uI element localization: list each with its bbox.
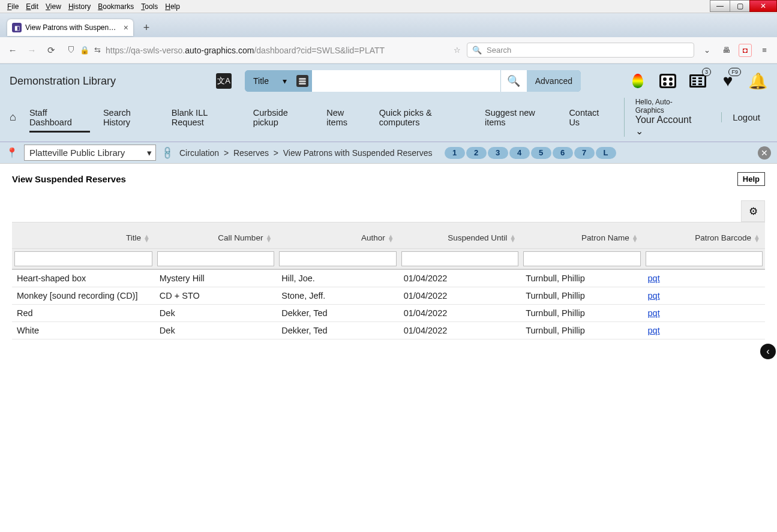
heart-icon[interactable]: ♥F9 <box>718 71 737 91</box>
cell-title: White <box>12 322 155 339</box>
news-icon[interactable]: 3 <box>688 71 707 91</box>
filter-input-2[interactable] <box>279 251 396 266</box>
filter-input-4[interactable] <box>523 251 640 266</box>
sort-icon: ▲▼ <box>509 235 516 242</box>
film-icon[interactable] <box>658 71 677 91</box>
tab-title: View Patrons with Suspended R <box>25 23 120 32</box>
collapse-panel-button[interactable]: ‹ <box>760 344 776 359</box>
maximize-button[interactable]: ▢ <box>730 0 750 12</box>
logout-link[interactable]: Logout <box>721 112 767 122</box>
table-row: RedDekDekker, Ted01/04/2022Turnbull, Phi… <box>12 305 765 322</box>
minimize-button[interactable]: — <box>710 0 730 12</box>
close-tab-icon[interactable]: × <box>124 23 128 32</box>
reserves-table: Title▲▼Call Number▲▼Author▲▼Suspended Un… <box>12 222 765 339</box>
filter-input-5[interactable] <box>646 251 763 266</box>
barcode-link[interactable]: pqt <box>648 291 660 300</box>
nav-blank-ill-request[interactable]: Blank ILL Request <box>172 108 240 127</box>
step-pill-5[interactable]: 5 <box>531 147 551 159</box>
page-title: View Suspended Reserves <box>12 174 126 184</box>
account-box[interactable]: Hello, Auto-Graphics Your Account ⌄ <box>624 98 700 137</box>
cell-call: CD + STO <box>155 287 277 305</box>
catalog-search-input[interactable] <box>312 70 500 92</box>
language-icon[interactable]: 文A <box>216 73 232 89</box>
menu-history[interactable]: History <box>65 1 94 12</box>
help-button[interactable]: Help <box>737 172 765 186</box>
extension-icon[interactable]: ◘ <box>739 44 752 57</box>
step-pill-1[interactable]: 1 <box>445 147 465 159</box>
advanced-search-button[interactable]: Advanced <box>527 70 581 92</box>
crumb-link[interactable]: Circulation <box>179 148 219 158</box>
database-icon[interactable] <box>296 75 308 87</box>
app-header: Demonstration Library 文A Title 🔍 Advance… <box>0 64 777 92</box>
step-pill-2[interactable]: 2 <box>466 147 487 159</box>
cell-patron: Turnbull, Phillip <box>521 269 643 287</box>
crumb-link[interactable]: Reserves <box>233 148 269 158</box>
close-panel-icon[interactable]: ✕ <box>758 146 771 160</box>
url-text: https://qa-swls-verso.auto-graphics.com/… <box>106 46 385 55</box>
browser-search-box[interactable]: 🔍 Search <box>467 43 694 58</box>
print-icon[interactable]: 🖶 <box>719 44 733 57</box>
nav-curbside-pickup[interactable]: Curbside pickup <box>253 108 314 127</box>
browser-tab[interactable]: ◧ View Patrons with Suspended R × <box>7 19 133 36</box>
close-window-button[interactable]: ✕ <box>749 0 777 12</box>
pin-icon[interactable]: 📍 <box>6 147 18 158</box>
nav-staff-dashboard[interactable]: Staff Dashboard <box>29 108 90 133</box>
shield-icon: ⛉ <box>67 46 75 55</box>
breadcrumb-row: 📍 Platteville Public Library 🔗 Circulati… <box>0 142 777 164</box>
crumb-link[interactable]: View Patrons with Suspended Reserves <box>283 148 433 158</box>
nav-contact-us[interactable]: Contact Us <box>569 108 610 127</box>
nav-suggest-new-items[interactable]: Suggest new items <box>485 108 556 127</box>
sort-icon: ▲▼ <box>388 235 394 242</box>
cell-barcode: pqt <box>643 322 765 339</box>
col-header-call-number[interactable]: Call Number▲▼ <box>155 223 277 249</box>
cell-patron: Turnbull, Phillip <box>521 305 643 322</box>
cell-until: 01/04/2022 <box>399 322 521 339</box>
primary-nav: ⌂ Staff DashboardSearch HistoryBlank ILL… <box>0 92 777 142</box>
nav-search-history[interactable]: Search History <box>103 108 158 127</box>
col-header-patron-barcode[interactable]: Patron Barcode▲▼ <box>643 223 765 249</box>
menu-tools[interactable]: Tools <box>137 1 161 12</box>
home-icon[interactable]: ⌂ <box>10 111 16 124</box>
address-bar[interactable]: ⛉ 🔒 ⇆ https://qa-swls-verso.auto-graphic… <box>64 43 448 58</box>
col-header-title[interactable]: Title▲▼ <box>12 223 155 249</box>
menu-help[interactable]: Help <box>161 1 184 12</box>
col-header-author[interactable]: Author▲▼ <box>277 223 398 249</box>
filter-input-1[interactable] <box>157 251 274 266</box>
barcode-link[interactable]: pqt <box>648 326 660 335</box>
pocket-icon[interactable]: ⌄ <box>700 44 713 57</box>
page-body: View Suspended Reserves Help ⚙ Title▲▼Ca… <box>0 164 777 532</box>
col-header-patron-name[interactable]: Patron Name▲▼ <box>521 223 643 249</box>
breadcrumb: Circulation > Reserves > View Patrons wi… <box>179 148 433 158</box>
nav-quick-picks-computers[interactable]: Quick picks & computers <box>379 108 472 127</box>
table-row: Heart-shaped boxMystery HillHill, Joe.01… <box>12 269 765 287</box>
filter-input-3[interactable] <box>401 251 518 266</box>
search-go-button[interactable]: 🔍 <box>500 70 527 92</box>
forward-button[interactable]: → <box>25 44 38 57</box>
hamburger-menu-icon[interactable]: ≡ <box>758 44 771 57</box>
back-button[interactable]: ← <box>6 44 19 57</box>
step-pill-7[interactable]: 7 <box>574 147 595 159</box>
bookmark-star-icon[interactable]: ☆ <box>454 46 461 55</box>
bell-icon[interactable]: 🔔 <box>748 71 767 91</box>
barcode-link[interactable]: pqt <box>648 308 660 318</box>
step-pill-4[interactable]: 4 <box>509 147 530 159</box>
filter-input-0[interactable] <box>14 251 152 266</box>
step-pill-6[interactable]: 6 <box>553 147 573 159</box>
reload-button[interactable]: ⟳ <box>44 44 58 57</box>
nav-new-items[interactable]: New items <box>326 108 365 127</box>
grid-settings-button[interactable]: ⚙ <box>741 200 765 222</box>
menu-edit[interactable]: Edit <box>22 1 42 12</box>
menu-view[interactable]: View <box>42 1 65 12</box>
col-header-suspended-until[interactable]: Suspended Until▲▼ <box>399 223 521 249</box>
menu-bookmarks[interactable]: Bookmarks <box>94 1 137 12</box>
new-tab-button[interactable]: + <box>139 20 154 35</box>
cell-call: Dek <box>155 322 277 339</box>
menu-file[interactable]: File <box>4 1 22 12</box>
barcode-link[interactable]: pqt <box>648 273 660 283</box>
location-select[interactable]: Platteville Public Library <box>24 145 156 161</box>
search-type-dropdown[interactable]: Title <box>245 70 293 92</box>
balloon-icon[interactable] <box>628 71 647 91</box>
browser-toolbar: ← → ⟳ ⛉ 🔒 ⇆ https://qa-swls-verso.auto-g… <box>0 37 777 64</box>
step-pill-3[interactable]: 3 <box>488 147 508 159</box>
step-pill-L[interactable]: L <box>596 147 616 159</box>
